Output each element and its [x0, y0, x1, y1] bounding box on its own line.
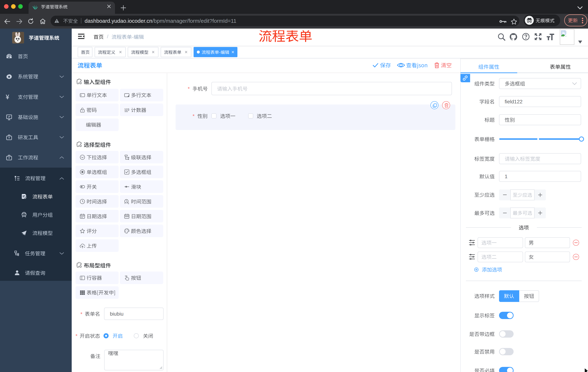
svg-text:123: 123	[125, 108, 129, 111]
